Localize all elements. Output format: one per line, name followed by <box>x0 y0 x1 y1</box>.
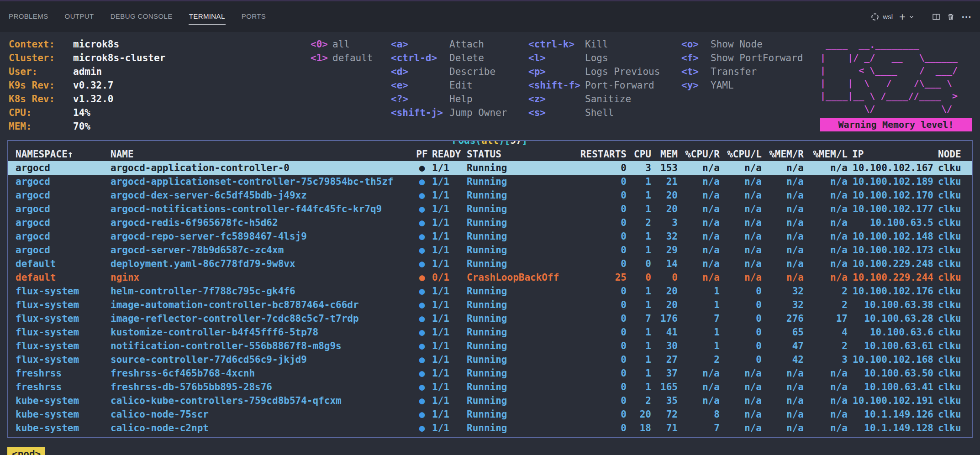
cell: n/a <box>720 161 762 175</box>
cell: 65 <box>762 325 804 339</box>
table-row-nginx[interactable]: defaultnginx●0/1CrashLoopBackOff2500n/an… <box>8 271 972 284</box>
hotkey-jump-owner: <shift-j>Jump Owner <box>391 106 507 120</box>
cell: notification-controller-556b8867f8-m8g9s <box>111 339 412 353</box>
table-row-image-reflector-controller-7cdc88c5c7-t7rdp[interactable]: flux-systemimage-reflector-controller-7c… <box>8 312 972 325</box>
table-row-argocd-application-controller-0[interactable]: argocdargocd-application-controller-0●1/… <box>8 161 972 175</box>
cell: argocd-redis-6f965678fc-h5d62 <box>111 216 412 230</box>
cell: 1 <box>627 353 651 366</box>
table-row-argocd-redis-6f965678fc-h5d62[interactable]: argocdargocd-redis-6f965678fc-h5d62●1/1R… <box>8 216 972 230</box>
cell: 0 <box>572 380 627 394</box>
cell: 1 <box>627 298 651 312</box>
table-row-freshrss-6cf465b768-4xcnh[interactable]: freshrssfreshrss-6cf465b768-4xcnh●1/1Run… <box>8 366 972 380</box>
cell: 27 <box>651 353 678 366</box>
table-row-argocd-repo-server-fc5898467-4lsj9[interactable]: argocdargocd-repo-server-fc5898467-4lsj9… <box>8 230 972 243</box>
panel-tab-debug-console[interactable]: DEBUG CONSOLE <box>110 9 173 25</box>
cell: 0 <box>572 284 627 298</box>
hotkey-label: Help <box>449 94 473 105</box>
cell: 2 <box>627 216 651 230</box>
table-row-argocd-notifications-controller-f44fc45fc-kr7q9[interactable]: argocdargocd-notifications-controller-f4… <box>8 202 972 216</box>
table-row-argocd-dex-server-6c5df45bdb-j49xz[interactable]: argocdargocd-dex-server-6c5df45bdb-j49xz… <box>8 188 972 202</box>
cell: 1/1 <box>432 380 467 394</box>
cell: 1/1 <box>432 394 467 408</box>
pf-dot-icon: ● <box>412 202 432 216</box>
cell: kube-system <box>16 408 111 421</box>
panel-tab-problems[interactable]: PROBLEMS <box>8 9 49 25</box>
split-terminal-icon[interactable] <box>932 13 940 21</box>
cell: n/a <box>720 216 762 230</box>
table-row-kustomize-controller-b4f45fff6-5tp78[interactable]: flux-systemkustomize-controller-b4f45fff… <box>8 325 972 339</box>
cell: 1 <box>627 380 651 394</box>
cell: Running <box>467 298 572 312</box>
hotkey-label: Port-Forward <box>585 80 654 91</box>
cell: n/a <box>804 161 848 175</box>
cell: 1 <box>627 325 651 339</box>
cell: n/a <box>678 257 720 271</box>
terminal-shell-picker[interactable]: wsl <box>871 13 893 21</box>
info-value-cpu: 14% <box>73 106 165 120</box>
pf-dot-icon: ● <box>412 421 432 435</box>
cell: 10.100.102.170 <box>848 188 933 202</box>
cell: n/a <box>762 175 804 188</box>
hotkey-key: <e> <box>391 78 449 92</box>
panel-tab-terminal[interactable]: TERMINAL <box>189 9 226 25</box>
table-row-freshrss-db-576b5bb895-28s76[interactable]: freshrssfreshrss-db-576b5bb895-28s76●1/1… <box>8 380 972 394</box>
column-header-pf: PF <box>412 147 432 161</box>
table-row-calico-kube-controllers-759cd8b574-qfcxm[interactable]: kube-systemcalico-kube-controllers-759cd… <box>8 394 972 408</box>
hotkey-default: <1>default <box>311 51 373 65</box>
cell: n/a <box>762 216 804 230</box>
cell: 1 <box>678 298 720 312</box>
cell: clku <box>933 408 968 421</box>
table-row-source-controller-77d6cd56c9-jkjd9[interactable]: flux-systemsource-controller-77d6cd56c9-… <box>8 353 972 366</box>
table-row-image-automation-controller-bc8787464-c66dr[interactable]: flux-systemimage-automation-controller-b… <box>8 298 972 312</box>
cell: flux-system <box>16 312 111 325</box>
table-row-deployment-yaml-86c778fd79-9w8vx[interactable]: defaultdeployment.yaml-86c778fd79-9w8vx●… <box>8 257 972 271</box>
hotkey-key: <s> <box>528 106 585 120</box>
more-actions-button[interactable]: ⋯ <box>961 11 972 23</box>
panel-tab-ports[interactable]: PORTS <box>241 9 266 25</box>
cell: 1/1 <box>432 366 467 380</box>
cell: n/a <box>762 243 804 257</box>
cell: argocd-notifications-controller-f44fc45f… <box>111 202 412 216</box>
cell: 0 <box>572 394 627 408</box>
cell: n/a <box>678 394 720 408</box>
cell: n/a <box>804 230 848 243</box>
k9s-terminal[interactable]: Context:microk8sCluster:microk8s-cluster… <box>0 32 980 455</box>
terminal-actions: wsl + ⋯ <box>871 11 972 23</box>
vscode-bottom-panel: PROBLEMSOUTPUTDEBUG CONSOLETERMINALPORTS… <box>0 0 980 455</box>
launch-profile-chevron-icon[interactable] <box>908 14 915 20</box>
cell: 10.100.102.173 <box>848 243 933 257</box>
hotkey-key: <d> <box>391 65 449 78</box>
table-row-calico-node-c2npt[interactable]: kube-systemcalico-node-c2npt●1/1Running0… <box>8 421 972 435</box>
cell: n/a <box>804 175 848 188</box>
table-row-argocd-server-78b9d6587c-zc4xm[interactable]: argocdargocd-server-78b9d6587c-zc4xm●1/1… <box>8 243 972 257</box>
cell: 10.100.63.38 <box>848 298 933 312</box>
table-row-argocd-applicationset-controller-75c79854bc-th5zf[interactable]: argocdargocd-applicationset-controller-7… <box>8 175 972 188</box>
hotkey-key: <a> <box>391 37 449 51</box>
cell: 1 <box>627 284 651 298</box>
info-value-context: microk8s <box>73 37 165 51</box>
panel-tab-output[interactable]: OUTPUT <box>64 9 95 25</box>
cell: 7 <box>627 312 651 325</box>
cell: Running <box>467 175 572 188</box>
table-row-calico-node-75scr[interactable]: kube-systemcalico-node-75scr●1/1Running0… <box>8 408 972 421</box>
table-row-helm-controller-7f788c795c-gk4f6[interactable]: flux-systemhelm-controller-7f788c795c-gk… <box>8 284 972 298</box>
cell: 10.100.102.177 <box>848 202 933 216</box>
hotkey-label: Jump Owner <box>449 107 507 118</box>
cell: CrashLoopBackOff <box>467 271 572 284</box>
cell: n/a <box>720 175 762 188</box>
cell: clku <box>933 161 968 175</box>
cell: freshrss <box>16 380 111 394</box>
hotkey-help: <?>Help <box>391 92 507 106</box>
cell: n/a <box>762 161 804 175</box>
new-terminal-button[interactable]: + <box>899 13 906 21</box>
cell: 20 <box>651 202 678 216</box>
kill-terminal-trash-icon[interactable] <box>947 13 955 21</box>
cell: n/a <box>720 408 762 421</box>
cell: clku <box>933 421 968 435</box>
memory-warning-badge: Warning Memory level! <box>820 118 972 131</box>
cell: argocd <box>16 175 111 188</box>
hotkey-yaml: <y>YAML <box>681 78 803 92</box>
table-row-notification-controller-556b8867f8-m8g9s[interactable]: flux-systemnotification-controller-556b8… <box>8 339 972 353</box>
hotkey-column-1: <a>Attach<ctrl-d>Delete<d>Describe<e>Edi… <box>391 37 507 120</box>
hotkey-label: all <box>332 39 350 50</box>
